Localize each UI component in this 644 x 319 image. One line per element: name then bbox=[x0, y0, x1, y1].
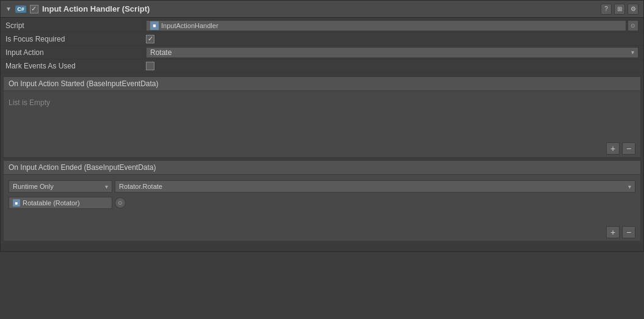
function-dropdown[interactable]: Rotator.Rotate ▾ bbox=[115, 180, 635, 193]
event-started-remove-btn[interactable]: − bbox=[622, 142, 635, 155]
panel-header: ▼ C# Input Action Handler (Script) ? ⊞ ⚙ bbox=[1, 1, 643, 18]
mark-events-checkbox[interactable] bbox=[146, 62, 154, 70]
event-started-body: List is Empty bbox=[4, 91, 640, 140]
event-ended-body: Runtime Only ▾ Rotator.Rotate ▾ ■ Rotata… bbox=[4, 175, 640, 224]
cs-badge: C# bbox=[15, 6, 26, 13]
obj-icon: ■ bbox=[13, 199, 20, 207]
input-action-row: Input Action Rotate ▾ bbox=[1, 46, 643, 59]
event-ended-remove-btn[interactable]: − bbox=[622, 226, 635, 238]
function-label: Rotator.Rotate bbox=[119, 183, 162, 190]
script-name: InputActionHandler bbox=[161, 22, 219, 29]
component-panel: ▼ C# Input Action Handler (Script) ? ⊞ ⚙… bbox=[0, 0, 644, 252]
event-ended-footer: + − bbox=[4, 224, 640, 241]
script-doc-icon: ■ bbox=[150, 21, 159, 30]
collapse-arrow[interactable]: ▼ bbox=[5, 6, 12, 12]
is-focus-required-value bbox=[146, 35, 639, 43]
object-select-btn[interactable]: ⊙ bbox=[115, 197, 126, 208]
event-ended-section: On Input Action Ended (BaseInputEventDat… bbox=[3, 160, 641, 241]
object-row: ■ Rotatable (Rotator) ⊙ bbox=[9, 197, 635, 209]
panel-title: Input Action Handler (Script) bbox=[42, 4, 597, 13]
event-started-add-btn[interactable]: + bbox=[606, 142, 620, 155]
event-started-footer: + − bbox=[4, 140, 640, 157]
help-icon[interactable]: ? bbox=[601, 4, 612, 15]
input-action-label: Input Action bbox=[5, 48, 146, 57]
runtime-label: Runtime Only bbox=[13, 183, 54, 190]
function-dropdown-arrow: ▾ bbox=[628, 183, 631, 190]
script-row: Script ■ InputActionHandler ⊙ bbox=[1, 19, 643, 32]
input-action-selected: Rotate bbox=[150, 48, 172, 57]
script-field[interactable]: ■ InputActionHandler bbox=[146, 20, 626, 31]
bottom-bar bbox=[1, 244, 643, 251]
component-enabled-checkbox[interactable] bbox=[30, 5, 38, 13]
is-focus-required-checkbox[interactable] bbox=[146, 35, 154, 43]
script-label: Script bbox=[5, 21, 146, 30]
event-ended-header: On Input Action Ended (BaseInputEventDat… bbox=[4, 161, 640, 175]
header-icons: ? ⊞ ⚙ bbox=[601, 4, 639, 15]
runtime-dropdown[interactable]: Runtime Only ▾ bbox=[9, 180, 112, 193]
script-value: ■ InputActionHandler ⊙ bbox=[146, 20, 639, 31]
event-started-section: On Input Action Started (BaseInputEventD… bbox=[3, 76, 641, 158]
settings-icon[interactable]: ⚙ bbox=[628, 4, 639, 15]
is-focus-required-label: Is Focus Required bbox=[5, 35, 146, 43]
runtime-dropdown-arrow: ▾ bbox=[105, 183, 108, 190]
event-started-empty: List is Empty bbox=[9, 94, 635, 112]
properties-grid: Script ■ InputActionHandler ⊙ Is Focus R… bbox=[1, 18, 643, 74]
object-label: Rotatable (Rotator) bbox=[23, 199, 80, 207]
object-field[interactable]: ■ Rotatable (Rotator) bbox=[9, 197, 112, 209]
event-ended-row: Runtime Only ▾ Rotator.Rotate ▾ bbox=[9, 178, 635, 194]
preset-icon[interactable]: ⊞ bbox=[614, 4, 625, 15]
is-focus-required-row: Is Focus Required bbox=[1, 32, 643, 46]
input-action-value: Rotate ▾ bbox=[146, 47, 639, 58]
script-edit-btn[interactable]: ⊙ bbox=[628, 20, 639, 31]
mark-events-value bbox=[146, 62, 639, 70]
event-started-header: On Input Action Started (BaseInputEventD… bbox=[4, 77, 640, 91]
event-ended-add-btn[interactable]: + bbox=[606, 226, 620, 238]
input-action-dropdown[interactable]: Rotate ▾ bbox=[146, 47, 639, 58]
mark-events-row: Mark Events As Used bbox=[1, 59, 643, 73]
input-action-dropdown-arrow: ▾ bbox=[631, 49, 634, 56]
mark-events-label: Mark Events As Used bbox=[5, 62, 146, 70]
